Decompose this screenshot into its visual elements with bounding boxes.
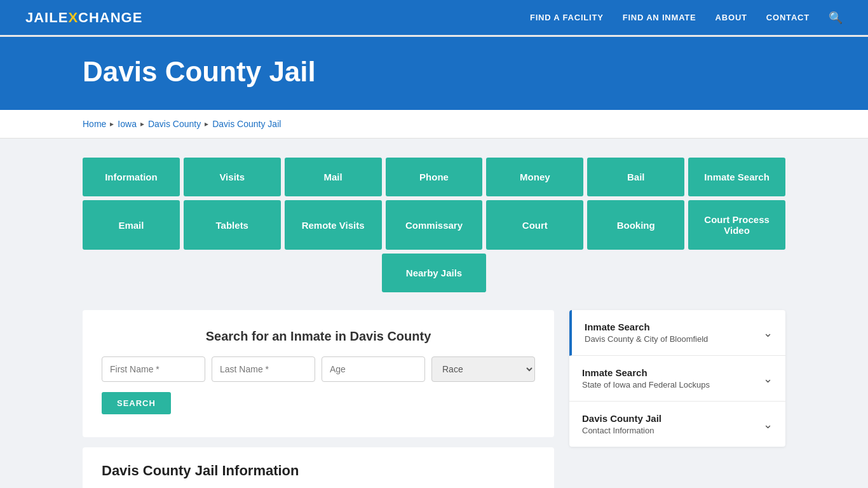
- btn-email[interactable]: Email: [83, 200, 180, 250]
- btn-court[interactable]: Court: [486, 200, 583, 250]
- hero-section: Davis County Jail: [0, 37, 868, 110]
- chevron-down-icon-2: ⌄: [763, 372, 773, 386]
- search-icon[interactable]: 🔍: [829, 11, 843, 25]
- search-panel: Search for an Inmate in Davis County Rac…: [83, 310, 554, 437]
- btn-tablets[interactable]: Tablets: [184, 200, 281, 250]
- navigation: JAILEXCHANGE FIND A FACILITY FIND AN INM…: [0, 0, 868, 37]
- btn-inmate-search[interactable]: Inmate Search: [688, 158, 785, 196]
- btn-remote-visits[interactable]: Remote Visits: [285, 200, 382, 250]
- chevron-down-icon-3: ⌄: [763, 417, 773, 431]
- sidebar-item-1-text: Inmate Search Davis County & City of Blo…: [585, 322, 708, 344]
- site-logo[interactable]: JAILEXCHANGE: [25, 10, 142, 26]
- btn-information[interactable]: Information: [83, 158, 180, 196]
- sidebar-panel: Inmate Search Davis County & City of Blo…: [569, 310, 785, 447]
- left-column: Search for an Inmate in Davis County Rac…: [83, 310, 554, 488]
- sidebar-item-inmate-search-1[interactable]: Inmate Search Davis County & City of Blo…: [569, 310, 785, 356]
- search-button[interactable]: SEARCH: [102, 392, 171, 414]
- chevron-down-icon-1: ⌄: [763, 326, 773, 340]
- info-section: Davis County Jail Information: [83, 447, 554, 488]
- breadcrumb-sep-3: ▸: [205, 119, 208, 128]
- nav-about[interactable]: ABOUT: [715, 13, 747, 22]
- btn-court-process-video[interactable]: Court Process Video: [688, 200, 785, 250]
- buttons-row-3: Nearby Jails: [83, 254, 785, 292]
- search-inputs: Race White Black Hispanic Asian Native A…: [102, 356, 535, 382]
- btn-mail[interactable]: Mail: [285, 158, 382, 196]
- sidebar-item-2-text: Inmate Search State of Iowa and Federal …: [582, 367, 710, 390]
- content-row: Search for an Inmate in Davis County Rac…: [83, 310, 785, 488]
- breadcrumb-sep-1: ▸: [110, 119, 114, 128]
- sidebar-item-1-subtitle: Davis County & City of Bloomfield: [585, 334, 708, 344]
- last-name-input[interactable]: [212, 356, 315, 382]
- btn-nearby-jails[interactable]: Nearby Jails: [382, 254, 486, 292]
- breadcrumb-iowa[interactable]: Iowa: [118, 119, 137, 129]
- btn-money[interactable]: Money: [486, 158, 583, 196]
- nav-find-inmate[interactable]: FIND AN INMATE: [623, 13, 696, 22]
- nav-contact[interactable]: CONTACT: [766, 13, 810, 22]
- buttons-row-1: Information Visits Mail Phone Money Bail…: [83, 158, 785, 196]
- btn-bail[interactable]: Bail: [587, 158, 684, 196]
- sidebar-item-3-text: Davis County Jail Contact Information: [582, 413, 661, 435]
- breadcrumb-sep-2: ▸: [140, 119, 144, 128]
- nav-links: FIND A FACILITY FIND AN INMATE ABOUT CON…: [530, 11, 843, 25]
- sidebar-item-contact-info[interactable]: Davis County Jail Contact Information ⌄: [569, 402, 785, 447]
- first-name-input[interactable]: [102, 356, 205, 382]
- info-title: Davis County Jail Information: [102, 463, 535, 479]
- sidebar-item-2-subtitle: State of Iowa and Federal Lockups: [582, 380, 710, 390]
- sidebar-item-3-title: Davis County Jail: [582, 413, 661, 424]
- nav-find-facility[interactable]: FIND A FACILITY: [530, 13, 604, 22]
- breadcrumb-current: Davis County Jail: [212, 119, 281, 129]
- race-select[interactable]: Race White Black Hispanic Asian Native A…: [431, 356, 535, 382]
- breadcrumb: Home ▸ Iowa ▸ Davis County ▸ Davis Count…: [83, 119, 785, 129]
- sidebar-item-inmate-search-2[interactable]: Inmate Search State of Iowa and Federal …: [569, 356, 785, 402]
- btn-booking[interactable]: Booking: [587, 200, 684, 250]
- main-content: Information Visits Mail Phone Money Bail…: [0, 139, 868, 488]
- btn-visits[interactable]: Visits: [184, 158, 281, 196]
- search-title: Search for an Inmate in Davis County: [102, 329, 535, 344]
- sidebar-item-3-subtitle: Contact Information: [582, 426, 661, 435]
- sidebar-item-1-title: Inmate Search: [585, 322, 708, 332]
- age-input[interactable]: [322, 356, 425, 382]
- page-title: Davis County Jail: [83, 56, 843, 88]
- breadcrumb-davis-county[interactable]: Davis County: [148, 119, 201, 129]
- breadcrumb-bar: Home ▸ Iowa ▸ Davis County ▸ Davis Count…: [0, 110, 868, 139]
- breadcrumb-home[interactable]: Home: [83, 119, 106, 129]
- btn-commissary[interactable]: Commissary: [386, 200, 483, 250]
- buttons-row-2: Email Tablets Remote Visits Commissary C…: [83, 200, 785, 250]
- btn-phone[interactable]: Phone: [386, 158, 483, 196]
- sidebar-item-2-title: Inmate Search: [582, 367, 710, 378]
